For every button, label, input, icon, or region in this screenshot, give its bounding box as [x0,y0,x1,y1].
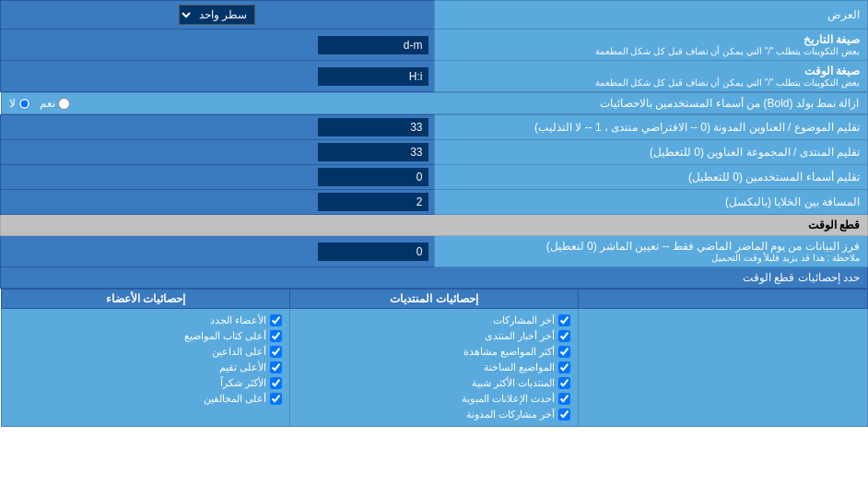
col3-header [579,290,867,309]
radio-no[interactable] [18,98,30,110]
cb-latest-ads: أحدث الإعلانات المبوبة [298,391,570,407]
user-align-cell [1,165,435,190]
radio-yes[interactable] [58,98,70,110]
time-format-cell [1,61,435,92]
cutoff-cell [1,236,435,267]
cb-last-blog-checkbox[interactable] [558,408,570,420]
cb-most-thanked: الأكثر شكراً [9,375,282,391]
display-label: العرض [434,1,868,30]
date-format-cell [1,30,435,61]
topic-align-label: تقليم الموضوع / العناوين المدونة (0 -- ا… [434,115,868,140]
cb-latest-ads-checkbox[interactable] [558,393,570,405]
radio-yes-label[interactable]: نعم [40,97,70,110]
cb-top-callers-checkbox[interactable] [270,346,282,358]
cb-forum-news: أخر أخبار المنتدى [298,328,570,344]
forum-align-input[interactable] [318,143,428,161]
topic-align-cell [1,115,435,140]
cb-most-viewed: أكثر المواضيع مشاهدة [298,344,570,360]
cb-last-posts-checkbox[interactable] [558,314,570,326]
cb-top-violators-checkbox[interactable] [270,393,282,405]
time-format-input[interactable] [318,67,428,86]
cutoff-label: فرز البيانات من يوم الماضر الماضي فقط --… [434,236,868,267]
cb-last-posts: آخر المشاركات [298,313,570,328]
cutoff-section-title: قطع الوقت [1,215,868,236]
cutoff-input[interactable] [318,243,428,261]
cb-top-rated-checkbox[interactable] [270,361,282,373]
cb-most-viewed-checkbox[interactable] [558,346,570,358]
cb-top-topic-writers: أعلى كتاب المواضيع [9,328,282,344]
cell-spacing-label: المسافة بين الخلايا (بالبكسل) [434,190,868,215]
cb-top-topic-writers-checkbox[interactable] [270,330,282,342]
cb-last-blog: آخر مشاركات المدونة [298,407,570,422]
topic-align-input[interactable] [318,118,428,136]
bold-remove-label: ازالة نمط بولد (Bold) من أسماء المستخدمي… [600,97,859,110]
time-format-label: صيغة الوقت بعض التكوينات يتطلب "/" التي … [434,61,868,92]
bold-remove-row: ازالة نمط بولد (Bold) من أسماء المستخدمي… [1,92,868,115]
forum-align-label: تقليم المنتدى / المجموعة العناوين (0 للت… [434,140,868,165]
radio-options: نعم لا [9,97,70,110]
cb-new-members-checkbox[interactable] [270,314,282,326]
display-select[interactable]: سطر واحد سطران ثلاثة أسطر [179,5,255,25]
cb-top-violators: أعلى المخالفين [9,391,282,407]
col3-items [579,309,867,427]
cell-spacing-input[interactable] [318,193,428,211]
col2-items: آخر المشاركات أخر أخبار المنتدى أكثر الم… [289,309,578,427]
cb-top-rated: الأعلى تقيم [9,360,282,375]
forum-align-cell [1,140,435,165]
col1-header: إحصائيات الأعضاء [1,290,289,309]
user-align-input[interactable] [318,168,428,186]
checkboxes-section: إحصائيات المنتديات إحصائيات الأعضاء آخر … [1,289,868,428]
stats-title-row: حدد إحصائيات قطع الوقت [1,267,868,289]
col1-items: الأعضاء الجدد أعلى كتاب المواضيع أعلى ال… [1,309,289,427]
radio-no-label[interactable]: لا [9,97,30,110]
cb-new-members: الأعضاء الجدد [9,313,282,328]
col2-header: إحصائيات المنتديات [289,290,578,309]
date-format-label: صيغة التاريخ بعض التكوينات يتطلب "/" الت… [434,30,868,61]
cb-most-similar: المنتديات الأكثر شبية [298,375,570,391]
display-select-cell: سطر واحد سطران ثلاثة أسطر [1,1,435,30]
cell-spacing-cell [1,190,435,215]
date-format-input[interactable] [318,36,428,54]
cb-forum-news-checkbox[interactable] [558,330,570,342]
cb-top-callers: أعلى الداعين [9,344,282,360]
cb-most-thanked-checkbox[interactable] [270,377,282,389]
cb-hot-topics: المواضيع الساخنة [298,360,570,375]
cb-most-similar-checkbox[interactable] [558,377,570,389]
cb-hot-topics-checkbox[interactable] [558,361,570,373]
user-align-label: تقليم أسماء المستخدمين (0 للتعطيل) [434,165,868,190]
